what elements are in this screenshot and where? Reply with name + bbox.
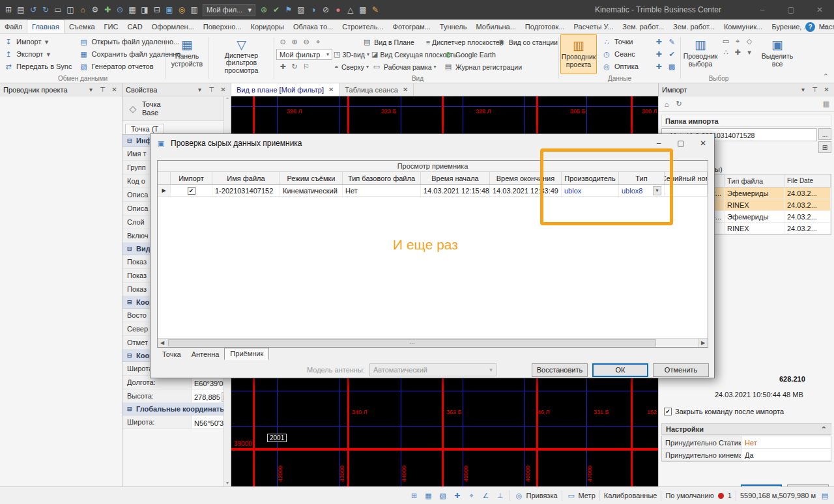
close-icon[interactable]: ✕: [403, 86, 408, 93]
panel-options-icon[interactable]: ▥: [821, 99, 831, 109]
column-header[interactable]: Импорт: [171, 172, 212, 184]
select-target-icon[interactable]: ⌖: [732, 36, 743, 46]
pin-icon[interactable]: ⊤: [98, 85, 107, 94]
ribbon-tab[interactable]: CAD: [122, 20, 147, 33]
add-icon[interactable]: ✚: [102, 4, 113, 16]
close-icon[interactable]: ✕: [328, 86, 334, 93]
maximize-button[interactable]: ▢: [777, 0, 805, 20]
tab-receiver[interactable]: Приёмник: [224, 348, 269, 360]
snap-angle-icon[interactable]: ∠: [481, 490, 491, 501]
layout-icon[interactable]: ▤: [820, 490, 830, 501]
minimize-button[interactable]: –: [748, 0, 777, 20]
zoom-window-icon[interactable]: ⊙: [278, 37, 288, 48]
scroll-left-icon[interactable]: ◀: [158, 339, 167, 347]
doc-tab-plan-view[interactable]: Вид в плане [Мой фильтр]✕: [231, 83, 339, 96]
plan-view-button[interactable]: ▤Вид в Плане: [360, 37, 424, 48]
snap-grid-icon[interactable]: ⊞: [409, 490, 420, 501]
contrast-icon[interactable]: ◑: [308, 4, 319, 16]
session-button[interactable]: ◷Сеанс✚✔: [599, 48, 679, 60]
chevron-down-icon[interactable]: ▾: [87, 85, 95, 94]
target-icon[interactable]: ◎: [176, 4, 188, 16]
units-mode[interactable]: ▭Метр: [566, 490, 596, 501]
grid-icon[interactable]: ▦: [126, 4, 138, 16]
optics-button[interactable]: ◎Оптика✚▩: [599, 61, 679, 72]
ribbon-tab[interactable]: Коридоры: [246, 20, 289, 33]
dialog-maximize-button[interactable]: ▢: [670, 134, 692, 152]
property-row[interactable]: Высота:278,885▦: [122, 389, 231, 403]
app-icon[interactable]: ⊞: [3, 4, 14, 16]
ribbon-tab[interactable]: Зем. работ...: [618, 20, 669, 33]
ribbon-tab[interactable]: Зем. работ...: [669, 20, 719, 33]
chevron-down-icon[interactable]: ▾: [799, 85, 807, 94]
add-icon[interactable]: ✚: [654, 61, 664, 72]
registration-log-button[interactable]: ▤Журнал регистрации: [442, 62, 523, 72]
close-icon[interactable]: ✕: [822, 85, 831, 94]
dense-grid-icon[interactable]: ▩: [357, 4, 369, 16]
hatch-icon[interactable]: ▨: [295, 4, 307, 16]
select-points-icon[interactable]: ∴: [721, 47, 731, 57]
pin-icon[interactable]: ⊤: [811, 85, 819, 94]
close-button[interactable]: ✕: [805, 0, 834, 20]
search-icon[interactable]: ⊙: [114, 4, 126, 16]
view-filter-combo[interactable]: Мой фил... ▾: [203, 4, 255, 16]
row-selector[interactable]: ▶: [158, 185, 171, 196]
ribbon-tab[interactable]: Поверхно...: [199, 20, 246, 33]
pin-ribbon-icon[interactable]: ▭: [820, 21, 830, 32]
setting-value[interactable]: Да: [741, 449, 831, 460]
select-add-icon[interactable]: ✚: [732, 47, 743, 57]
disable-icon[interactable]: ⊘: [320, 4, 332, 16]
ribbon-tab[interactable]: Съемка: [65, 20, 100, 33]
flag-tool-icon[interactable]: ⚐: [301, 62, 311, 72]
ribbon-tab[interactable]: Коммуник...: [719, 20, 767, 33]
snap-perp-icon[interactable]: ⊥: [495, 490, 506, 501]
snap-hatch-icon[interactable]: ▧: [438, 490, 448, 501]
tab-antenna[interactable]: Антенна: [186, 349, 225, 360]
cutting-plane-view-button[interactable]: ◪Вид Секущая плоскость: [370, 49, 442, 60]
ribbon-tab[interactable]: Облака то...: [289, 20, 338, 33]
top-view-button[interactable]: ◓Сверху▾: [332, 62, 370, 72]
table-icon[interactable]: ▤: [15, 4, 27, 16]
settings-icon[interactable]: ⚙: [89, 4, 101, 16]
ribbon-tab[interactable]: Оформлен...: [147, 20, 199, 33]
points-button[interactable]: ∴Точки✚✎: [599, 36, 679, 48]
close-icon[interactable]: ✕: [219, 85, 227, 94]
ribbon-tab[interactable]: Туннель: [435, 20, 472, 33]
pan-icon[interactable]: ✚: [278, 62, 288, 72]
doc-tab-session-table[interactable]: Таблица сеанса✕: [339, 83, 414, 96]
orbit-icon[interactable]: ↻: [289, 62, 300, 72]
select-polygon-icon[interactable]: ◇: [744, 36, 755, 46]
setting-row[interactable]: Принудительно Статика: Нет: [662, 436, 831, 449]
close-icon[interactable]: ✕: [110, 85, 119, 94]
plane-manager-button[interactable]: ≡Диспетчер плоскостей: [425, 37, 495, 48]
ribbon-tab[interactable]: Строитель...: [338, 20, 388, 33]
snap-crosshair-icon[interactable]: ⌖: [467, 490, 477, 501]
flag-icon[interactable]: ⚑: [283, 4, 295, 16]
work-frame-button[interactable]: ▭Рабочая рамка▾: [370, 62, 442, 72]
close-after-import-option[interactable]: ✔ Закрыть команду после импорта: [664, 408, 784, 415]
snap-mode[interactable]: ◎Привязка: [514, 490, 558, 501]
setting-value[interactable]: Нет: [741, 436, 831, 448]
ribbon-collapse-icon[interactable]: ⌃: [823, 72, 829, 81]
snap-cells-icon[interactable]: ▦: [424, 490, 434, 501]
device-panel-button[interactable]: ▦ Панель устройств: [167, 34, 207, 74]
checkbox-checked[interactable]: ✔: [188, 187, 195, 195]
edit-icon[interactable]: ✎: [369, 4, 381, 16]
zoom-out-icon[interactable]: ⊖: [301, 37, 311, 48]
select-all-button[interactable]: ▣ Выделить все: [758, 34, 797, 74]
dialog-close-button[interactable]: ✕: [692, 134, 714, 152]
triangle-icon[interactable]: △: [345, 4, 356, 16]
redo-icon[interactable]: ↻: [40, 4, 51, 16]
undo-icon[interactable]: ↺: [27, 4, 39, 16]
ribbon-tab-file[interactable]: Файл: [0, 20, 27, 33]
restore-button[interactable]: Восстановить: [532, 363, 588, 377]
tab-point[interactable]: Точка: [157, 349, 186, 360]
edit-icon[interactable]: ✎: [667, 36, 677, 47]
split-view-icon[interactable]: ◨: [139, 4, 151, 16]
add-icon[interactable]: ✚: [654, 36, 664, 47]
browse-button[interactable]: ...: [818, 128, 831, 140]
view-3d-button[interactable]: ◳3D-вид▾: [332, 49, 370, 60]
check-icon[interactable]: ✔: [270, 4, 282, 16]
station-view-button[interactable]: ◉Вид со станции: [495, 37, 559, 48]
pin-icon[interactable]: ⊤: [207, 85, 216, 94]
scroll-right-icon[interactable]: ▶: [698, 339, 708, 347]
